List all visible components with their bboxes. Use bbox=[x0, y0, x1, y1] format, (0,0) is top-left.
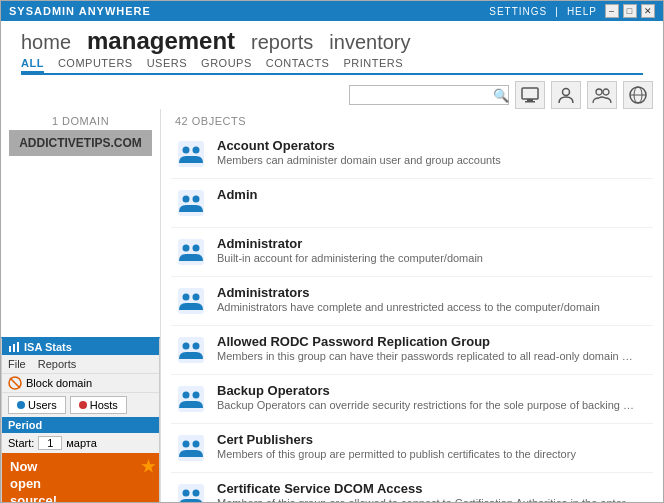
svg-rect-9 bbox=[9, 346, 11, 352]
svg-rect-23 bbox=[178, 288, 204, 314]
list-item[interactable]: Account OperatorsMembers can administer … bbox=[171, 130, 653, 179]
svg-point-22 bbox=[193, 245, 200, 252]
svg-rect-11 bbox=[17, 342, 19, 352]
left-panel: 1 DOMAIN ADDICTIVETIPS.COM ISA Stats Fil… bbox=[1, 109, 161, 503]
block-icon bbox=[8, 376, 22, 390]
item-text: AdministratorBuilt-in account for admini… bbox=[217, 236, 649, 264]
svg-point-37 bbox=[193, 490, 200, 497]
nav-sub-contacts[interactable]: CONTACTS bbox=[266, 57, 330, 69]
isa-reports[interactable]: Reports bbox=[38, 358, 77, 370]
item-name: Cert Publishers bbox=[217, 432, 649, 447]
titlebar-controls: – □ ✕ bbox=[605, 4, 655, 18]
minimize-button[interactable]: – bbox=[605, 4, 619, 18]
dot-red-icon bbox=[79, 401, 87, 409]
isa-file[interactable]: File bbox=[8, 358, 26, 370]
group-list-icon bbox=[175, 481, 207, 503]
group-icon bbox=[592, 85, 612, 105]
svg-point-27 bbox=[183, 343, 190, 350]
objects-count: 42 OBJECTS bbox=[161, 109, 663, 130]
star-icon: ★ bbox=[141, 457, 155, 478]
nav-sub-users[interactable]: USERS bbox=[147, 57, 187, 69]
nav-management[interactable]: management bbox=[87, 27, 235, 55]
search-input[interactable] bbox=[350, 86, 490, 104]
item-name: Administrators bbox=[217, 285, 649, 300]
searchbar: 🔍 bbox=[1, 75, 663, 109]
list-container[interactable]: Account OperatorsMembers can administer … bbox=[161, 130, 663, 503]
svg-point-31 bbox=[193, 392, 200, 399]
list-item[interactable]: Cert PublishersMembers of this group are… bbox=[171, 424, 653, 473]
app-title: SYSADMIN ANYWHERE bbox=[9, 5, 151, 17]
item-name: Backup Operators bbox=[217, 383, 649, 398]
svg-rect-26 bbox=[178, 337, 204, 363]
nav-sub-groups[interactable]: GROUPS bbox=[201, 57, 252, 69]
toolbar-icon-3[interactable] bbox=[587, 81, 617, 109]
svg-point-18 bbox=[183, 196, 190, 203]
item-desc: Members can administer domain user and g… bbox=[217, 154, 637, 166]
group-list-icon bbox=[175, 285, 207, 317]
nav-sub: ALL COMPUTERS USERS GROUPS CONTACTS PRIN… bbox=[21, 57, 643, 75]
group-list-icon bbox=[175, 432, 207, 464]
titlebar: SYSADMIN ANYWHERE SETTINGS | HELP – □ ✕ bbox=[1, 1, 663, 21]
toolbar-icon-2[interactable] bbox=[551, 81, 581, 109]
item-text: Allowed RODC Password Replication GroupM… bbox=[217, 334, 649, 362]
list-item[interactable]: AdministratorBuilt-in account for admini… bbox=[171, 228, 653, 277]
svg-point-21 bbox=[183, 245, 190, 252]
item-text: Admin bbox=[217, 187, 649, 202]
nav-inventory[interactable]: inventory bbox=[329, 31, 410, 54]
svg-rect-20 bbox=[178, 239, 204, 265]
item-text: Cert PublishersMembers of this group are… bbox=[217, 432, 649, 460]
domain-count: 1 DOMAIN bbox=[1, 109, 160, 130]
item-name: Account Operators bbox=[217, 138, 649, 153]
restore-button[interactable]: □ bbox=[623, 4, 637, 18]
isa-tab-hosts[interactable]: Hosts bbox=[70, 396, 127, 414]
item-name: Administrator bbox=[217, 236, 649, 251]
list-item[interactable]: Admin bbox=[171, 179, 653, 228]
search-button[interactable]: 🔍 bbox=[490, 87, 512, 104]
now-open-banner: Now open source! ★ bbox=[2, 453, 159, 503]
svg-point-33 bbox=[183, 441, 190, 448]
group-list-icon bbox=[175, 334, 207, 366]
item-name: Admin bbox=[217, 187, 649, 202]
settings-link[interactable]: SETTINGS bbox=[489, 6, 547, 17]
list-item[interactable]: Allowed RODC Password Replication GroupM… bbox=[171, 326, 653, 375]
block-domain-row: Block domain bbox=[2, 374, 159, 393]
list-item[interactable]: AdministratorsAdministrators have comple… bbox=[171, 277, 653, 326]
nav-sub-all[interactable]: ALL bbox=[21, 57, 44, 73]
isa-stats: ISA Stats File Reports Block domain User… bbox=[1, 337, 160, 503]
close-button[interactable]: ✕ bbox=[641, 4, 655, 18]
period-row: Period bbox=[2, 417, 159, 433]
toolbar-icon-1[interactable] bbox=[515, 81, 545, 109]
svg-rect-29 bbox=[178, 386, 204, 412]
item-desc: Members of this group are permitted to p… bbox=[217, 448, 637, 460]
nav-reports[interactable]: reports bbox=[251, 31, 313, 54]
isa-tab-users[interactable]: Users bbox=[8, 396, 66, 414]
user-icon bbox=[556, 85, 576, 105]
isa-tabs: Users Hosts bbox=[2, 393, 159, 417]
item-desc: Built-in account for administering the c… bbox=[217, 252, 637, 264]
nav-sub-computers[interactable]: COMPUTERS bbox=[58, 57, 133, 69]
group-list-icon bbox=[175, 236, 207, 268]
titlebar-right: SETTINGS | HELP – □ ✕ bbox=[489, 4, 655, 18]
start-number-input[interactable] bbox=[38, 436, 62, 450]
item-text: Account OperatorsMembers can administer … bbox=[217, 138, 649, 166]
item-text: Backup OperatorsBackup Operators can ove… bbox=[217, 383, 649, 411]
item-desc: Members in this group can have their pas… bbox=[217, 350, 637, 362]
block-domain-label[interactable]: Block domain bbox=[26, 377, 92, 389]
svg-point-28 bbox=[193, 343, 200, 350]
list-item[interactable]: Backup OperatorsBackup Operators can ove… bbox=[171, 375, 653, 424]
nav-sub-printers[interactable]: PRINTERS bbox=[343, 57, 403, 69]
group-list-icon bbox=[175, 187, 207, 219]
svg-rect-14 bbox=[178, 141, 204, 167]
toolbar-icon-4[interactable] bbox=[623, 81, 653, 109]
domain-item[interactable]: ADDICTIVETIPS.COM bbox=[9, 130, 152, 156]
search-wrap: 🔍 bbox=[349, 85, 509, 105]
list-item[interactable]: Certificate Service DCOM AccessMembers o… bbox=[171, 473, 653, 503]
svg-point-19 bbox=[193, 196, 200, 203]
item-name: Allowed RODC Password Replication Group bbox=[217, 334, 649, 349]
svg-point-25 bbox=[193, 294, 200, 301]
nav: home management reports inventory ALL CO… bbox=[1, 21, 663, 75]
isa-menu: File Reports bbox=[2, 355, 159, 374]
start-row: Start: марта bbox=[2, 433, 159, 453]
help-link[interactable]: HELP bbox=[567, 6, 597, 17]
nav-home[interactable]: home bbox=[21, 31, 71, 54]
